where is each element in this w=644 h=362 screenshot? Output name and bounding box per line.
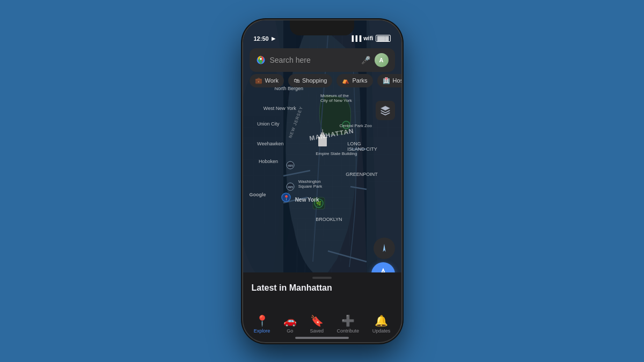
bottom-panel: Latest in Manhattan 📍 Explore 🚗 Go 🔖 Sav… (243, 272, 401, 342)
chip-shopping-label: Shopping (302, 77, 327, 84)
status-left: 12:50 ▶ (254, 35, 275, 42)
svg-rect-49 (321, 132, 324, 135)
shopping-icon: 🛍 (294, 77, 299, 84)
chips-row: 💼 Work 🛍 Shopping ⛺ Parks 🏥 Hospit... (243, 74, 401, 87)
svg-point-53 (342, 121, 350, 129)
parks-icon: ⛺ (342, 77, 349, 84)
time-display: 12:50 (254, 35, 269, 42)
signal-icon: ▐▐▐ (350, 35, 361, 41)
nav-item-contribute[interactable]: ➕ Contribute (337, 314, 360, 334)
svg-point-60 (260, 57, 262, 60)
svg-text:📍: 📍 (283, 195, 289, 201)
status-right: ▐▐▐ wifi ▓▓▓ (350, 35, 390, 42)
chip-parks[interactable]: ⛺ Parks (336, 74, 372, 87)
chip-work-label: Work (265, 77, 279, 84)
saved-label: Saved (310, 328, 324, 334)
chip-work[interactable]: 💼 Work (250, 74, 284, 87)
battery-icon: ▓▓▓ (376, 35, 391, 42)
updates-label: Updates (372, 328, 391, 334)
wifi-icon: wifi (363, 35, 373, 41)
notch (290, 20, 354, 35)
bottom-nav: 📍 Explore 🚗 Go 🔖 Saved ➕ Contribute 🔔 (243, 314, 401, 334)
search-bar[interactable]: Search here 🎤 A (250, 48, 395, 72)
layers-button[interactable] (376, 101, 395, 120)
svg-rect-48 (320, 135, 325, 137)
phone-shell: 495 495 🌿 📍 (243, 20, 401, 342)
search-area: Search here 🎤 A (243, 44, 401, 72)
contribute-icon: ➕ (341, 314, 355, 327)
nav-item-explore[interactable]: 📍 Explore (254, 314, 270, 334)
chip-shopping[interactable]: 🛍 Shopping (288, 74, 333, 87)
avatar[interactable]: A (375, 53, 389, 67)
contribute-label: Contribute (337, 328, 360, 334)
explore-icon: 📍 (255, 314, 269, 327)
saved-icon: 🔖 (310, 314, 324, 327)
navigation-button[interactable] (374, 238, 395, 259)
updates-icon: 🔔 (375, 314, 388, 327)
screen: 495 495 🌿 📍 (243, 20, 401, 342)
svg-text:495: 495 (287, 164, 293, 167)
navigation-arrow-icon: ▶ (272, 36, 275, 41)
explore-label: Explore (254, 328, 270, 334)
panel-title: Latest in Manhattan (243, 279, 401, 293)
nav-item-saved[interactable]: 🔖 Saved (310, 314, 324, 334)
home-indicator (295, 337, 349, 339)
svg-text:🌿: 🌿 (316, 201, 321, 206)
svg-rect-47 (318, 137, 327, 146)
work-icon: 💼 (255, 77, 262, 84)
go-icon: 🚗 (283, 314, 297, 327)
google-watermark: Google (250, 192, 266, 197)
nav-item-go[interactable]: 🚗 Go (283, 314, 297, 334)
google-maps-icon (256, 55, 266, 65)
chip-parks-label: Parks (352, 77, 367, 84)
chip-hospitals-label: Hospit... (393, 77, 401, 84)
svg-text:495: 495 (287, 186, 293, 189)
chip-hospitals[interactable]: 🏥 Hospit... (377, 74, 401, 87)
go-label: Go (287, 328, 293, 334)
nav-item-updates[interactable]: 🔔 Updates (372, 314, 391, 334)
hospitals-icon: 🏥 (383, 77, 390, 84)
mic-icon[interactable]: 🎤 (361, 56, 370, 64)
search-input[interactable]: Search here (270, 56, 357, 64)
